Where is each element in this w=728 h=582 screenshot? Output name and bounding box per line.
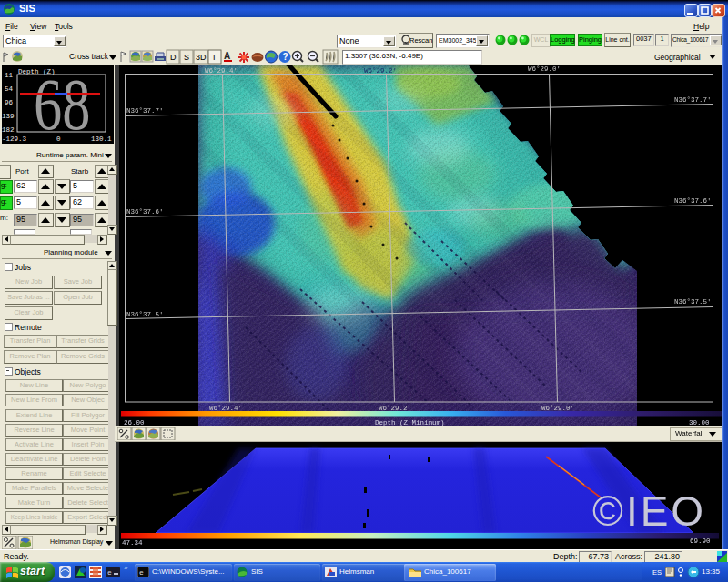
svg-text:N36°37.6': N36°37.6': [674, 197, 712, 205]
svg-text:I: I: [213, 53, 216, 62]
svg-text:182: 182: [2, 126, 15, 134]
svg-text:N36°37.5': N36°37.5': [674, 298, 712, 306]
svg-text:N36°37.5': N36°37.5': [126, 311, 164, 318]
svg-text:W6°29.4': W6°29.4': [209, 405, 242, 412]
svg-text:D: D: [170, 53, 177, 62]
svg-text:S: S: [184, 53, 189, 62]
svg-text:69.90: 69.90: [690, 537, 711, 545]
svg-text:-129.3: -129.3: [2, 135, 27, 143]
svg-text:130.1: 130.1: [91, 135, 112, 143]
svg-text:N36°37.6': N36°37.6': [126, 208, 164, 216]
svg-text:54: 54: [5, 85, 14, 93]
svg-text:A: A: [224, 51, 230, 61]
svg-text:96: 96: [5, 99, 14, 106]
svg-text:W6°29.2': W6°29.2': [379, 405, 411, 412]
svg-text:?: ?: [283, 52, 288, 62]
svg-text:W6°29.0': W6°29.0': [528, 65, 561, 73]
svg-text:W6°29.2': W6°29.2': [364, 67, 397, 75]
svg-text:68: 68: [34, 65, 90, 144]
svg-text:W6°29.0': W6°29.0': [541, 405, 574, 412]
svg-text:©IEO: ©IEO: [592, 487, 706, 535]
svg-text:Depth (Z Minimum): Depth (Z Minimum): [375, 419, 445, 426]
svg-text:139: 139: [2, 113, 15, 120]
svg-text:W6°29.4': W6°29.4': [205, 67, 238, 75]
svg-text:N36°37.7': N36°37.7': [674, 96, 712, 104]
svg-text:e: e: [139, 568, 144, 577]
svg-text:e: e: [107, 568, 112, 577]
svg-text:26.00: 26.00: [124, 419, 145, 426]
svg-text:30.00: 30.00: [689, 419, 710, 426]
svg-text:3D: 3D: [196, 53, 207, 62]
svg-text:N36°37.7': N36°37.7': [126, 107, 164, 115]
svg-text:11: 11: [5, 72, 14, 79]
svg-text:47.34: 47.34: [122, 539, 143, 547]
